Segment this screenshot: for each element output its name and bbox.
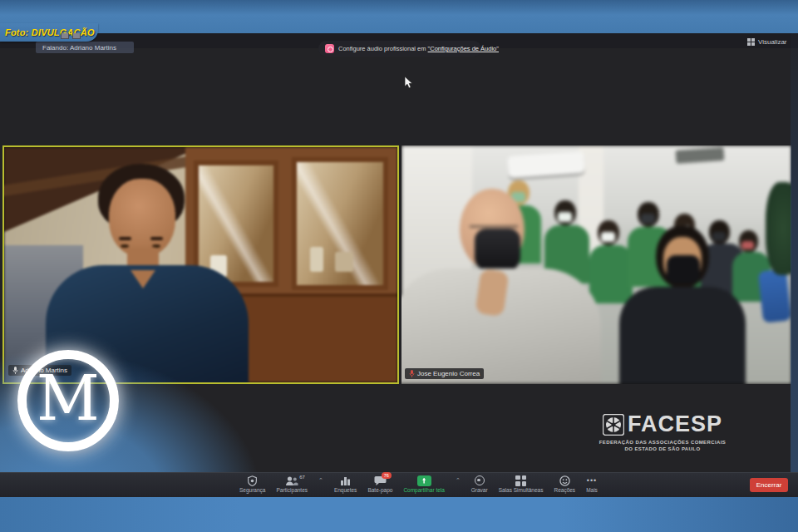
video-tile-left[interactable]: Adriano Martins <box>2 145 399 384</box>
view-button[interactable]: Visualizar <box>747 36 787 47</box>
photo-credit-text: Foto: DIVULGAÇÃO <box>5 27 95 37</box>
facesp-logo: FACESP FEDERAÇÃO DAS ASSOCIAÇÕES COMERCI… <box>592 411 733 452</box>
breakout-rooms-label: Salas Simultâneas <box>499 487 544 493</box>
audio-settings-toast[interactable]: Configure áudio profissional em "Configu… <box>318 41 481 57</box>
record-icon <box>475 475 485 486</box>
audio-toast-text: Configure áudio profissional em "Configu… <box>338 45 499 52</box>
polls-label: Enquetes <box>334 487 357 493</box>
record-label: Gravar <box>471 487 488 493</box>
gallery-view-icon <box>747 38 755 46</box>
participants-count: 67 <box>299 475 305 480</box>
microphone-icon <box>12 367 18 374</box>
chat-label: Bate-papo <box>367 487 392 493</box>
photo-credit-badge: Foto: DIVULGAÇÃO <box>0 23 98 42</box>
participants-button[interactable]: 67 Participantes <box>276 475 308 493</box>
polls-button[interactable]: Enquetes <box>334 475 357 493</box>
more-label: Mais <box>586 487 598 493</box>
shield-icon <box>247 475 258 486</box>
m-monogram-logo: M <box>17 350 119 451</box>
end-meeting-button[interactable]: Encerrar <box>750 478 788 492</box>
frame-band-top <box>0 0 798 33</box>
security-label: Segurança <box>239 487 265 493</box>
m-monogram-letter: M <box>37 367 100 429</box>
audio-settings-link[interactable]: "Configurações de Áudio" <box>428 45 499 52</box>
participants-icon: 67 <box>285 475 298 486</box>
breakout-rooms-button[interactable]: Salas Simultâneas <box>499 475 544 493</box>
blue-frame: Adriano Martins <box>0 0 798 532</box>
bar-chart-icon <box>340 475 351 486</box>
share-caret-icon[interactable]: ⌃ <box>456 477 461 484</box>
view-button-label: Visualizar <box>758 38 787 46</box>
share-screen-button[interactable]: Compartilhar tela <box>403 475 445 493</box>
more-ellipsis-icon: ••• <box>587 475 597 486</box>
participants-caret-icon[interactable]: ⌃ <box>318 477 323 484</box>
chat-unread-badge: 76 <box>382 472 392 479</box>
mouse-cursor <box>404 76 414 90</box>
video-left-picture <box>4 147 397 382</box>
record-button[interactable]: Gravar <box>471 475 488 493</box>
facesp-subline-1: FEDERAÇÃO DAS ASSOCIAÇÕES COMERCIAIS <box>592 439 733 446</box>
microphone-muted-icon <box>409 370 415 377</box>
participant-name-tag: Jose Eugenio Correa <box>405 368 484 379</box>
chat-button[interactable]: 76 Bate-papo <box>367 475 392 493</box>
video-tile-right[interactable]: Jose Eugenio Correa <box>401 145 791 384</box>
facesp-aperture-icon <box>603 414 624 436</box>
audio-toast-prefix: Configure áudio profissional em <box>338 45 426 52</box>
reactions-icon <box>559 475 570 486</box>
security-button[interactable]: Segurança <box>239 475 265 493</box>
participants-label: Participantes <box>276 487 308 493</box>
share-screen-icon <box>417 475 431 486</box>
frame-band-bottom <box>0 497 798 532</box>
share-screen-label: Compartilhar tela <box>403 487 445 493</box>
window-button-2[interactable] <box>72 33 81 39</box>
video-right-picture <box>401 145 791 384</box>
breakout-rooms-icon <box>515 475 526 486</box>
reactions-button[interactable]: Reações <box>554 475 575 493</box>
stage-right-strip <box>791 33 798 497</box>
meeting-stage: Adriano Martins <box>0 33 798 497</box>
participant-name-right: Jose Eugenio Correa <box>417 370 480 377</box>
reactions-label: Reações <box>554 487 575 493</box>
facesp-wordmark: FACESP <box>628 411 722 437</box>
window-button-1[interactable] <box>61 33 69 39</box>
active-speaker-banner: Falando: Adriano Martins <box>36 42 134 53</box>
audio-icon <box>325 44 334 53</box>
active-speaker-text: Falando: Adriano Martins <box>42 44 116 52</box>
more-button[interactable]: ••• Mais <box>586 475 598 493</box>
chat-icon: 76 <box>374 475 387 486</box>
meeting-toolbar: Segurança 67 Participantes ⌃ Enquetes <box>0 472 798 497</box>
facesp-subline-2: DO ESTADO DE SÃO PAULO <box>592 446 733 452</box>
